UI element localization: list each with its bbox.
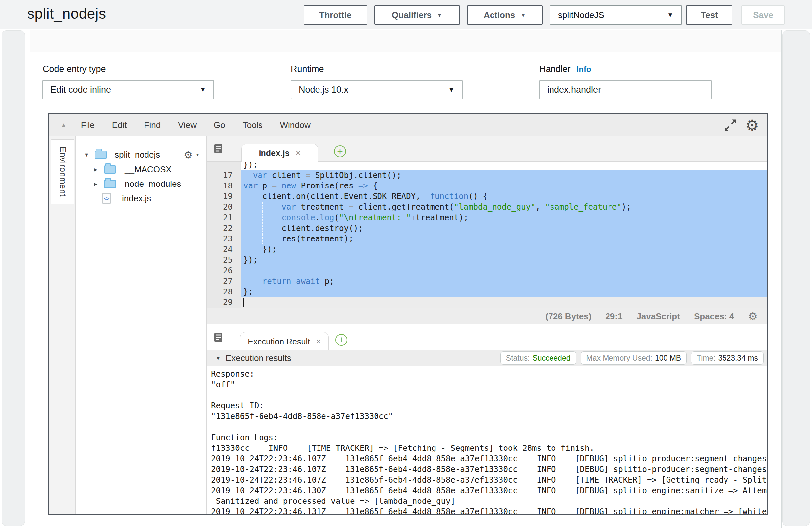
throttle-button[interactable]: Throttle [304,5,367,25]
tab-list-icon[interactable] [214,144,224,154]
menu-item-tools[interactable]: Tools [243,120,263,130]
code-entry-type-select[interactable]: Edit code inline ▼ [42,80,214,99]
card-heading-info-link[interactable]: Info [123,30,138,34]
badge-value: 3523.34 ms [718,354,758,363]
code-line[interactable]: 25}); [207,255,767,265]
badge-value: 100 MB [655,354,681,363]
menu-item-view[interactable]: View [178,120,197,130]
clipped-card-heading: Function codeInfo [47,30,138,34]
statusbar-gear-icon[interactable]: ⚙ [748,310,758,323]
qualifiers-button[interactable]: Qualifiers ▼ [374,5,460,25]
new-tab-button[interactable]: + [335,334,347,346]
tab-execution-result[interactable]: Execution Result × [240,332,329,351]
line-number: 19 [207,191,241,202]
line-number: 29 [207,297,241,308]
fullscreen-icon[interactable] [724,119,737,132]
folder-icon [95,151,107,159]
tree-settings-gear-icon[interactable]: ⚙ [184,149,192,161]
execution-results-header: ▼ Execution results Status: Succeeded Ma… [207,350,767,366]
collapse-up-icon[interactable]: ▲ [60,121,67,129]
card-header: Function codeInfo [30,30,781,52]
caret-down-icon: ▼ [437,12,443,18]
code-area[interactable]: });17 var client = SplitObj.client();18v… [207,162,767,324]
code-line[interactable]: 20 var treatment = client.getTreatment("… [207,202,767,212]
menu-item-window[interactable]: Window [280,120,310,130]
card-heading-text: Function code [47,30,115,34]
line-number [207,162,241,170]
runtime-label: Runtime [291,64,324,74]
qualifiers-button-label: Qualifiers [392,10,432,20]
caret-down-icon: ▼ [448,86,455,94]
environment-tab[interactable]: Environment [51,140,74,204]
tree-item-root[interactable]: ▾ split_nodejs ⚙ ▾ [75,147,206,162]
caret-down-icon: ▾ [196,152,199,157]
code-line[interactable]: 28}; [207,287,767,297]
code-line[interactable]: 27 return await p; [207,276,767,287]
results-tabbar: Execution Result × + [207,324,767,350]
line-number: 26 [207,265,241,276]
tree-item-macosx[interactable]: ▸ __MACOSX [75,162,206,177]
log-line: 2019-10-24T22:23:46.131Z 131e865f-6eb4-4… [211,507,767,514]
log-line: "131e865f-6eb4-4dd8-858e-a37ef13330cc" [211,411,767,422]
close-icon[interactable]: × [296,148,301,158]
code-line[interactable]: 18var p = new Promise(res => { [207,180,767,191]
menu-item-find[interactable]: Find [144,120,161,130]
language-status[interactable]: JavaScript [636,311,680,322]
tab-list-icon[interactable] [214,332,224,342]
line-number: 18 [207,180,241,191]
code-line[interactable]: 21 console.log("\ntreatment: "+treatment… [207,212,767,223]
code-line[interactable]: 19 client.on(client.Event.SDK_READY, fun… [207,191,767,202]
code-line[interactable]: 23 res(treatment); [207,234,767,244]
code-tabbar: index.js × + [207,136,767,162]
left-page-gutter [2,30,25,526]
code-line[interactable]: 26 [207,265,767,276]
cursor-position-status[interactable]: 29:1 [605,311,622,322]
memory-badge: Max Memory Used: 100 MB [581,351,687,365]
log-line [211,390,767,400]
tab-indexjs[interactable]: index.js × [241,144,318,162]
line-number: 28 [207,287,241,297]
menu-item-go[interactable]: Go [214,120,226,130]
file-size-status: (726 Bytes) [546,311,592,322]
right-page-gutter[interactable] [782,30,810,526]
code-line[interactable]: 17 var client = SplitObj.client(); [207,170,767,180]
handler-label-text: Handler [539,64,571,74]
editor-settings-gear-icon[interactable]: ⚙ [745,116,759,134]
code-entry-type-label: Code entry type [43,64,106,74]
tree-collapse-icon[interactable]: ▸ [94,180,98,188]
code-entry-type-value: Edit code inline [50,85,111,95]
save-button[interactable]: Save [741,5,785,25]
tab-label: Execution Result [248,337,310,347]
badge-value: Succeeded [532,354,570,363]
indent-status[interactable]: Spaces: 4 [694,311,734,322]
tree-collapse-icon[interactable]: ▸ [94,165,98,173]
menu-item-edit[interactable]: Edit [112,120,127,130]
line-number: 21 [207,212,241,223]
menubar-items: FileEditFindViewGoToolsWindow [81,120,310,130]
environment-tab-label: Environment [58,147,68,197]
runtime-select[interactable]: Node.js 10.x ▼ [291,80,463,99]
code-line[interactable]: 29 [207,297,767,308]
handler-info-link[interactable]: Info [577,64,591,74]
tree-item-label: __MACOSX [125,164,172,175]
new-tab-button[interactable]: + [334,145,346,157]
test-button[interactable]: Test [686,5,733,25]
tab-label: index.js [259,148,290,158]
caret-down-icon: ▼ [667,11,673,18]
handler-input[interactable]: index.handler [539,80,712,99]
code-line[interactable]: 24 }); [207,244,767,255]
expand-caret-icon[interactable]: ▼ [215,355,221,362]
close-icon[interactable]: × [316,337,321,347]
tree-item-indexjs[interactable]: <> index.js [75,191,206,206]
function-name-title: split_nodejs [27,5,106,22]
tree-expand-icon[interactable]: ▾ [85,151,88,159]
menu-item-file[interactable]: File [81,120,95,130]
test-event-select[interactable]: splitNodeJS ▼ [550,5,682,25]
execution-results-pane[interactable]: Response:"off" Request ID:"131e865f-6eb4… [207,366,767,514]
actions-button[interactable]: Actions ▼ [467,5,542,25]
tree-item-node-modules[interactable]: ▸ node_modules [75,177,206,191]
tree-item-label: index.js [122,193,151,204]
code-line[interactable]: 22 client.destroy(); [207,223,767,234]
line-number: 23 [207,234,241,244]
code-line[interactable]: }); [207,162,767,170]
